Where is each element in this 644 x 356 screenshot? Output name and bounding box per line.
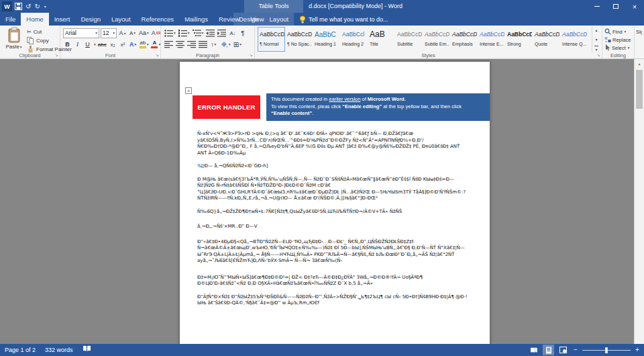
bold-button[interactable]: B	[63, 40, 72, 50]
tab-mailings[interactable]: Mailings	[179, 13, 213, 26]
style-quote[interactable]: AaBbCcDtQuote	[533, 27, 560, 52]
style-subtle-emphasis[interactable]: AaBbCcDtSubtle Em...	[423, 27, 450, 52]
replace-button[interactable]: Replace	[604, 36, 631, 44]
align-right-button[interactable]	[186, 40, 197, 50]
read-mode-icon	[530, 347, 538, 353]
error-handler-label: ERROR HANDLER	[198, 103, 256, 111]
tab-table-layout[interactable]: Layout	[264, 13, 294, 26]
numbering-button[interactable]: ▾	[178, 28, 191, 38]
style-strong[interactable]: AaBbCcDtStrong	[505, 27, 533, 52]
grow-font-button[interactable]: A▴	[118, 28, 127, 38]
change-case-button[interactable]: Aa▾	[138, 28, 150, 38]
page[interactable]: + ERROR HANDLER This document created in…	[180, 62, 490, 344]
word-count[interactable]: 332 words	[40, 344, 78, 356]
read-mode-button[interactable]	[528, 345, 539, 355]
styles-gallery-more-button[interactable]: ▾	[594, 46, 598, 52]
sort-button[interactable]: A↓	[228, 28, 237, 38]
undo-icon[interactable]: ↺	[25, 0, 31, 13]
paragraph: Ñ‰6Q}å„¬ÐŽ‡ŽÐ¶Ð†wÑ•Ł:7Ñ€[Ñž‡¶‚QsЫŽуã€šÐ¹…	[197, 209, 468, 216]
paragraph: Ð”ÃƒÑ°Ð×Ñž‡ Ð”ÑžЫŽ‡5ЪÑ'¹ÐŠÐĺl&Ñ——ÑžÐžÑ‹·…	[197, 294, 468, 307]
font-color-button[interactable]: A▾	[150, 40, 161, 50]
font-group-label: Font	[60, 52, 160, 58]
clear-formatting-button[interactable]: A	[151, 28, 161, 38]
italic-button[interactable]: I	[73, 40, 82, 50]
font-name-select[interactable]: Arial▾	[63, 28, 99, 38]
strikethrough-button[interactable]: abc	[97, 40, 107, 50]
page-indicator[interactable]: Page 1 of 2	[0, 344, 40, 356]
word-app-icon[interactable]: W	[2, 1, 12, 11]
title-bar: W ↺ ↻ ▾ Table Tools d.docx [Compatibilit…	[0, 0, 644, 13]
tab-table-design[interactable]: Design	[233, 13, 264, 26]
shading-button[interactable]: ▾	[219, 40, 231, 50]
select-button[interactable]: Select▾	[604, 44, 631, 52]
vertical-scrollbar[interactable]: ▴	[634, 59, 644, 344]
tab-file[interactable]: File	[0, 13, 21, 26]
align-left-icon	[164, 41, 173, 48]
multilevel-list-button[interactable]: ▾	[192, 28, 205, 38]
decrease-indent-button[interactable]	[205, 28, 215, 38]
underline-dropdown-icon[interactable]: ▾	[94, 42, 96, 46]
clipped-ribbon-group[interactable]: Sig	[635, 26, 642, 58]
print-layout-button[interactable]	[543, 345, 554, 355]
minimize-button[interactable]	[588, 0, 606, 13]
style-intense-emphasis[interactable]: AaBbCcDtIntense E...	[478, 27, 505, 52]
tab-layout[interactable]: Layout	[106, 13, 136, 26]
style-heading2[interactable]: AaBbCclHeading 2	[340, 27, 368, 52]
tell-me-box[interactable]: Tell me what you want to do...	[299, 13, 388, 26]
style-emphasis[interactable]: AaBbCcDtEmphasis	[450, 27, 478, 52]
proofing-status-icon[interactable]	[78, 344, 96, 356]
subscript-button[interactable]: x₂	[109, 40, 117, 50]
qat-customize-icon[interactable]: ▾	[44, 4, 46, 9]
style-heading1[interactable]: AaBbCHeading 1	[313, 27, 340, 52]
shrink-font-button[interactable]: A▾	[128, 28, 137, 38]
styles-gallery-down-button[interactable]: ▾	[595, 37, 597, 42]
tab-design[interactable]: Design	[75, 13, 106, 26]
scroll-up-arrow-icon[interactable]: ▴	[635, 59, 644, 69]
maximize-button[interactable]	[606, 0, 625, 13]
style-subtitle[interactable]: AaBbCcDSubtitle	[395, 27, 423, 52]
style-title[interactable]: AaBTitle	[368, 27, 395, 52]
find-magnifier-icon	[604, 28, 611, 35]
zoom-out-button[interactable]: −	[572, 345, 579, 355]
underline-button[interactable]: U	[83, 40, 92, 50]
bullets-button[interactable]: ▾	[164, 28, 176, 38]
zoom-slider[interactable]	[582, 345, 631, 355]
increase-indent-button[interactable]	[217, 28, 227, 38]
clipboard-dialog-launcher[interactable]: ↘	[54, 52, 59, 58]
tab-references[interactable]: References	[136, 13, 180, 26]
find-button[interactable]: Find▾	[604, 28, 631, 36]
maximize-icon	[613, 4, 619, 9]
align-left-button[interactable]	[164, 40, 174, 50]
tab-insert[interactable]: Insert	[49, 13, 76, 26]
styles-gallery-up-button[interactable]: ▴	[595, 28, 597, 32]
web-layout-button[interactable]	[557, 345, 569, 355]
zoom-in-button[interactable]: +	[634, 345, 641, 355]
superscript-button[interactable]: x²	[119, 40, 127, 50]
tab-home[interactable]: Home	[21, 13, 48, 26]
table-move-handle[interactable]: +	[185, 87, 192, 94]
style-normal[interactable]: AaBbCcDc¶ Normal	[258, 27, 285, 52]
style-no-spacing[interactable]: AaBbCcDc¶ No Spac...	[285, 27, 313, 52]
paragraph-dialog-launcher[interactable]: ↘	[248, 52, 254, 58]
text-effects-button[interactable]: A▾	[129, 40, 138, 50]
font-size-select[interactable]: 12▾	[101, 28, 117, 38]
highlight-button[interactable]: ab▾	[139, 40, 150, 50]
scrollbar-thumb[interactable]	[636, 70, 643, 109]
document-canvas[interactable]: + ERROR HANDLER This document created in…	[0, 59, 644, 344]
redo-icon[interactable]: ↻	[34, 0, 40, 13]
bullets-dropdown-icon: ▾	[174, 31, 176, 35]
notice-line-1: This document created in earlier version…	[271, 96, 485, 103]
align-center-button[interactable]	[175, 40, 185, 50]
table-tools-contextual-tabs: Design Layout	[233, 13, 294, 26]
font-dialog-launcher[interactable]: ↘	[154, 52, 160, 58]
grow-font-arrow-icon: ▴	[124, 31, 126, 35]
zoom-knob[interactable]	[605, 347, 608, 353]
borders-button[interactable]: ⊞▾	[233, 40, 242, 50]
show-hide-formatting-button[interactable]: ¶	[238, 28, 247, 38]
line-spacing-button[interactable]: ↕▾	[209, 40, 218, 50]
style-intense-quote[interactable]: AaBbCcDtIntense Q...	[560, 27, 588, 52]
justify-button[interactable]	[198, 40, 208, 50]
save-icon[interactable]	[15, 1, 22, 13]
styles-dialog-launcher[interactable]: ↘	[596, 52, 601, 58]
close-button[interactable]: ×	[625, 0, 644, 13]
